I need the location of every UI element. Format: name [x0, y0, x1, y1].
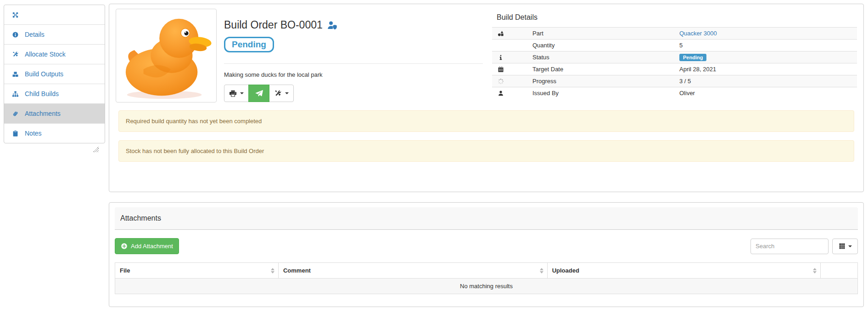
action-button-group [224, 85, 483, 102]
grid-icon [839, 243, 846, 250]
spinner-icon [498, 78, 532, 85]
detail-icon-cell [492, 30, 532, 37]
user-shield-icon [327, 20, 337, 30]
detail-value: Oliver [679, 90, 857, 97]
detail-row-target-date: Target DateApril 28, 2021 [492, 63, 857, 75]
sidebar-item-details[interactable]: Details [4, 24, 105, 44]
detail-label: Part [532, 30, 679, 37]
column-header-actions-empty [821, 263, 858, 279]
column-header-label: Comment [283, 267, 311, 274]
duck-image [116, 9, 216, 102]
caret-down-icon [285, 92, 289, 94]
boxes-icon [12, 71, 19, 78]
alert-list: Required build quantity has not yet been… [116, 110, 857, 162]
search-input[interactable] [750, 239, 829, 254]
detail-value: April 28, 2021 [679, 66, 857, 73]
column-header-label: File [120, 267, 130, 274]
table-row: No matching results [115, 279, 858, 294]
build-actions-button[interactable] [269, 85, 294, 102]
detail-icon-cell [492, 78, 532, 85]
detail-row-status: StatusPending [492, 51, 857, 63]
sidebar-item-label: Notes [25, 130, 42, 137]
sort-icon [540, 268, 543, 273]
status-badge: Pending [679, 54, 706, 61]
add-attachment-button[interactable]: Add Attachment [115, 238, 179, 254]
attachments-panel: Attachments Add Attachment FileCommentUp… [109, 202, 864, 307]
clipboard-icon [12, 130, 19, 137]
column-header-uploaded[interactable]: Uploaded [547, 263, 820, 279]
calendar-icon [498, 66, 532, 73]
detail-icon-cell [492, 66, 532, 73]
sidebar-item-attachments[interactable]: Attachments [4, 103, 105, 123]
caret-down-icon [240, 92, 244, 94]
printer-icon [229, 90, 237, 97]
build-order-panel: Build Order BO-0001 Pending Making some … [109, 4, 864, 192]
detail-icon-cell [492, 90, 532, 97]
detail-row-quantity: Quantity5 [492, 39, 857, 51]
caret-down-icon [848, 245, 852, 247]
sidebar-item-child-builds[interactable]: Child Builds [4, 84, 105, 103]
sort-icon [813, 268, 817, 273]
detail-label: Target Date [532, 66, 679, 73]
sidebar-item-label: Child Builds [25, 90, 59, 97]
paperclip-icon [12, 110, 19, 117]
sidebar-item-label: Allocate Stock [25, 51, 66, 58]
build-details-heading: Build Details [497, 13, 857, 22]
column-header-comment[interactable]: Comment [278, 263, 547, 279]
info-circle-icon [12, 31, 19, 38]
detail-value: 3 / 5 [679, 78, 857, 85]
detail-value: Pending [679, 54, 857, 61]
sidebar-item-label: Attachments [25, 110, 61, 117]
sidebar-item-build-outputs[interactable]: Build Outputs [4, 64, 105, 84]
detail-value: 5 [679, 42, 857, 49]
plus-circle-icon [121, 243, 128, 250]
warning-alert: Required build quantity has not yet been… [118, 110, 854, 132]
attachments-table: FileCommentUploaded No matching results [115, 262, 858, 294]
sidebar: DetailsAllocate StockBuild OutputsChild … [4, 5, 105, 143]
detail-icon-cell [492, 54, 532, 61]
send-button[interactable] [248, 85, 269, 102]
print-button[interactable] [224, 85, 249, 102]
detail-value: Quacker 3000 [679, 30, 857, 37]
sitemap-icon [12, 91, 19, 97]
detail-row-issued-by: Issued ByOliver [492, 87, 857, 99]
sidebar-expand-button[interactable] [4, 5, 105, 24]
detail-label: Quantity [532, 42, 679, 49]
tools-icon [274, 90, 282, 97]
no-results-message: No matching results [115, 279, 858, 294]
detail-row-progress: Progress3 / 5 [492, 75, 857, 87]
column-header-file[interactable]: File [115, 263, 279, 279]
user-icon [498, 90, 532, 97]
part-link[interactable]: Quacker 3000 [679, 30, 717, 37]
sidebar-item-allocate-stock[interactable]: Allocate Stock [4, 44, 105, 64]
detail-label: Status [532, 54, 679, 61]
attachments-heading: Attachments [115, 207, 858, 230]
sidebar-item-label: Build Outputs [25, 70, 63, 78]
header-divider [224, 63, 483, 64]
sidebar-item-label: Details [25, 31, 45, 38]
sidebar-item-notes[interactable]: Notes [4, 123, 105, 143]
add-attachment-label: Add Attachment [131, 243, 173, 250]
detail-label: Issued By [532, 90, 679, 97]
part-thumbnail[interactable] [116, 9, 217, 102]
info-icon [498, 54, 532, 61]
sidebar-resize-handle[interactable] [93, 146, 99, 152]
warning-alert: Stock has not been fully allocated to th… [118, 140, 854, 162]
status-badge-outline: Pending [224, 37, 274, 52]
expand-arrows-icon [12, 11, 19, 18]
tools-icon [12, 51, 19, 58]
detail-row-part: PartQuacker 3000 [492, 27, 857, 39]
build-details-panel: Build Details PartQuacker 3000Quantity5S… [492, 9, 857, 102]
column-header-label: Uploaded [552, 267, 579, 274]
paper-plane-icon [255, 90, 263, 97]
sort-icon [271, 268, 274, 273]
detail-label: Progress [532, 78, 679, 85]
shapes-icon [498, 30, 532, 37]
page-title: Build Order BO-0001 [224, 19, 323, 31]
build-description: Making some ducks for the local park [224, 71, 483, 78]
column-select-button[interactable] [832, 239, 858, 254]
